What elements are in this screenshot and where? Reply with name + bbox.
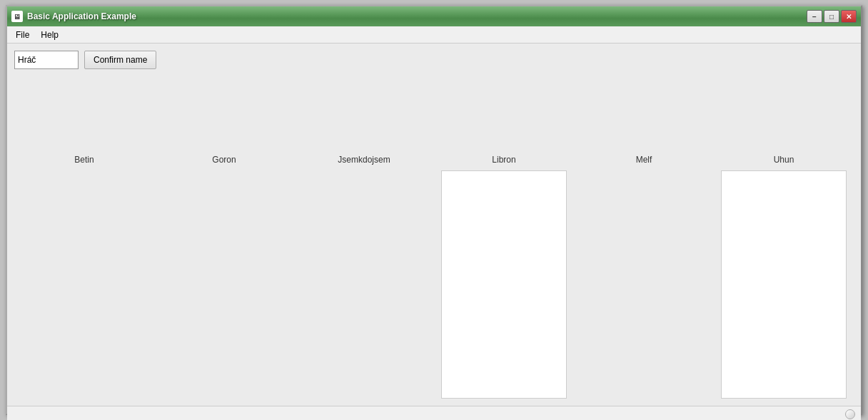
column-content-betin	[21, 170, 147, 399]
window-title: Basic Application Example	[27, 11, 136, 21]
column-goron: Goron	[154, 155, 294, 399]
column-header-uhun: Uhun	[774, 155, 794, 165]
close-button[interactable]: ✕	[841, 10, 857, 23]
column-jsemkdojsem: Jsemkdojsem	[294, 155, 434, 399]
column-content-jsemkdojsem	[301, 170, 427, 399]
status-circle	[845, 409, 855, 419]
title-bar-left: 🖥 Basic Application Example	[11, 11, 136, 22]
menu-help[interactable]: Help	[35, 29, 64, 41]
confirm-name-button[interactable]: Confirm name	[84, 51, 156, 69]
column-header-betin: Betin	[74, 155, 94, 165]
uhun-white-box	[721, 170, 847, 399]
title-bar: 🖥 Basic Application Example − □ ✕	[7, 6, 861, 26]
menu-bar: File Help	[7, 26, 861, 43]
name-input[interactable]	[14, 51, 79, 69]
column-libron: Libron	[434, 155, 574, 399]
status-bar	[7, 406, 861, 420]
menu-file[interactable]: File	[10, 29, 35, 41]
column-content-goron	[161, 170, 287, 399]
column-header-libron: Libron	[492, 155, 515, 165]
maximize-button[interactable]: □	[824, 10, 839, 23]
libron-white-box	[441, 170, 567, 399]
title-bar-buttons: − □ ✕	[807, 10, 857, 23]
main-window: 🖥 Basic Application Example − □ ✕ File H…	[6, 5, 862, 415]
column-header-jsemkdojsem: Jsemkdojsem	[338, 155, 390, 165]
column-uhun: Uhun	[714, 155, 854, 399]
column-melf: Melf	[574, 155, 714, 399]
window-icon: 🖥	[11, 11, 23, 22]
main-content: Confirm name Betin Goron Jsemkdojsem Lib…	[7, 43, 861, 406]
top-controls: Confirm name	[14, 51, 854, 69]
column-header-goron: Goron	[212, 155, 236, 165]
column-content-libron	[441, 170, 567, 399]
column-content-uhun	[721, 170, 847, 399]
column-betin: Betin	[14, 155, 154, 399]
minimize-button[interactable]: −	[807, 10, 822, 23]
column-header-melf: Melf	[636, 155, 652, 165]
columns-area: Betin Goron Jsemkdojsem Libron Melf	[14, 155, 854, 399]
column-content-melf	[581, 170, 707, 399]
window-icon-glyph: 🖥	[14, 13, 21, 21]
